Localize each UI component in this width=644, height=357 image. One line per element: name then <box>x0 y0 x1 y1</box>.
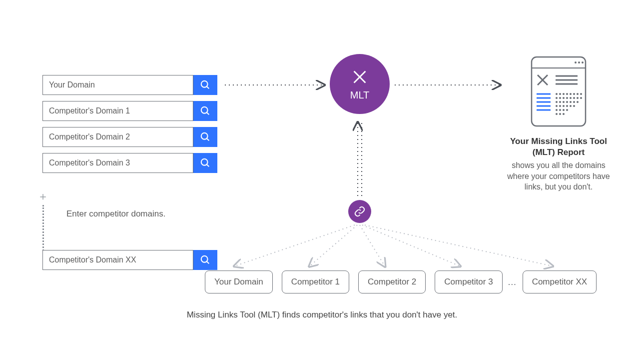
search-button[interactable] <box>193 127 217 147</box>
svg-point-27 <box>556 93 558 95</box>
mlt-label: MLT <box>350 90 370 101</box>
input-row-competitor-xx: Competitor's Domain XX <box>42 250 217 270</box>
svg-point-58 <box>563 109 565 111</box>
input-row-your-domain: Your Domain <box>42 75 217 95</box>
svg-point-8 <box>201 256 208 262</box>
search-button[interactable] <box>193 101 217 121</box>
svg-point-49 <box>577 101 579 103</box>
svg-line-68 <box>310 225 357 266</box>
svg-point-39 <box>570 97 572 99</box>
svg-point-35 <box>556 97 558 99</box>
competitor-3-input[interactable]: Competitor's Domain 3 <box>42 153 193 173</box>
search-button[interactable] <box>193 75 217 95</box>
svg-line-1 <box>207 86 209 89</box>
ellipsis-icon: … <box>508 277 518 288</box>
svg-point-29 <box>563 93 565 95</box>
inputs-column: Your Domain Competitor's Domain 1 Compet… <box>42 75 217 179</box>
your-domain-input[interactable]: Your Domain <box>42 75 193 95</box>
search-button[interactable] <box>193 153 217 173</box>
link-node <box>348 200 371 223</box>
svg-line-67 <box>235 225 355 266</box>
competitor-1-input[interactable]: Competitor's Domain 1 <box>42 101 193 121</box>
svg-point-46 <box>566 101 568 103</box>
add-more-block: ＋ Enter competitor domains. <box>37 191 217 254</box>
svg-point-53 <box>566 105 568 107</box>
svg-line-71 <box>365 225 552 266</box>
input-row-competitor-3: Competitor's Domain 3 <box>42 153 217 173</box>
svg-point-42 <box>580 97 582 99</box>
svg-point-14 <box>575 62 577 64</box>
svg-point-40 <box>573 97 575 99</box>
svg-point-54 <box>570 105 572 107</box>
svg-point-43 <box>556 101 558 103</box>
svg-point-55 <box>573 105 575 107</box>
svg-point-38 <box>566 97 568 99</box>
svg-point-32 <box>573 93 575 95</box>
svg-line-70 <box>362 225 460 266</box>
svg-point-33 <box>577 93 579 95</box>
competitor-2-input[interactable]: Competitor's Domain 2 <box>42 127 193 147</box>
svg-line-7 <box>207 164 209 167</box>
svg-point-16 <box>582 62 584 64</box>
plus-icon[interactable]: ＋ <box>37 191 217 202</box>
search-icon <box>200 106 211 116</box>
svg-line-3 <box>207 112 209 115</box>
svg-point-37 <box>563 97 565 99</box>
enter-domains-label: Enter competitor domains. <box>66 209 165 219</box>
box-competitor-xx: Competitor XX <box>523 270 597 294</box>
input-row-competitor-2: Competitor's Domain 2 <box>42 127 217 147</box>
box-competitor-3: Competitor 3 <box>435 270 502 294</box>
svg-point-2 <box>201 107 208 114</box>
diagram-caption: Missing Links Tool (MLT) finds competito… <box>0 310 644 320</box>
svg-point-48 <box>573 101 575 103</box>
report-document-icon <box>529 54 589 129</box>
svg-point-52 <box>563 105 565 107</box>
svg-point-6 <box>201 159 208 166</box>
svg-point-34 <box>580 93 582 95</box>
mlt-node: MLT <box>330 54 390 114</box>
report-block: Your Missing Links Tool (MLT) Report sho… <box>504 54 614 192</box>
x-icon <box>350 68 369 88</box>
svg-point-44 <box>559 101 561 103</box>
svg-point-50 <box>556 105 558 107</box>
box-competitor-2: Competitor 2 <box>358 270 426 294</box>
svg-point-60 <box>556 113 558 115</box>
report-title: Your Missing Links Tool (MLT) Report <box>504 136 614 158</box>
input-row-competitor-1: Competitor's Domain 1 <box>42 101 217 121</box>
competitor-xx-input[interactable]: Competitor's Domain XX <box>42 250 193 270</box>
svg-point-28 <box>559 93 561 95</box>
svg-point-47 <box>570 101 572 103</box>
svg-point-59 <box>566 109 568 111</box>
search-icon <box>200 158 211 168</box>
search-icon <box>200 80 211 90</box>
svg-point-61 <box>559 113 561 115</box>
svg-line-9 <box>207 262 209 264</box>
svg-point-41 <box>577 97 579 99</box>
inputs-last: Competitor's Domain XX <box>42 250 217 276</box>
competitor-boxes-row: Your Domain Competitor 1 Competitor 2 Co… <box>205 270 597 294</box>
svg-point-62 <box>563 113 565 115</box>
svg-point-31 <box>570 93 572 95</box>
svg-point-45 <box>563 101 565 103</box>
svg-line-69 <box>360 225 385 266</box>
search-icon <box>200 254 211 266</box>
svg-point-30 <box>566 93 568 95</box>
svg-point-57 <box>559 109 561 111</box>
svg-point-36 <box>559 97 561 99</box>
box-competitor-1: Competitor 1 <box>282 270 349 294</box>
svg-line-5 <box>207 138 209 141</box>
svg-rect-12 <box>532 57 586 126</box>
search-icon <box>200 132 211 142</box>
svg-point-15 <box>578 62 580 64</box>
svg-point-56 <box>556 109 558 111</box>
box-your-domain: Your Domain <box>205 270 273 294</box>
link-icon <box>354 206 366 218</box>
svg-point-4 <box>201 133 208 140</box>
search-button[interactable] <box>193 250 217 270</box>
svg-point-51 <box>559 105 561 107</box>
report-description: shows you all the domains where your com… <box>504 160 614 192</box>
svg-point-0 <box>201 81 208 88</box>
diagram-stage: Your Domain Competitor's Domain 1 Compet… <box>0 0 644 357</box>
